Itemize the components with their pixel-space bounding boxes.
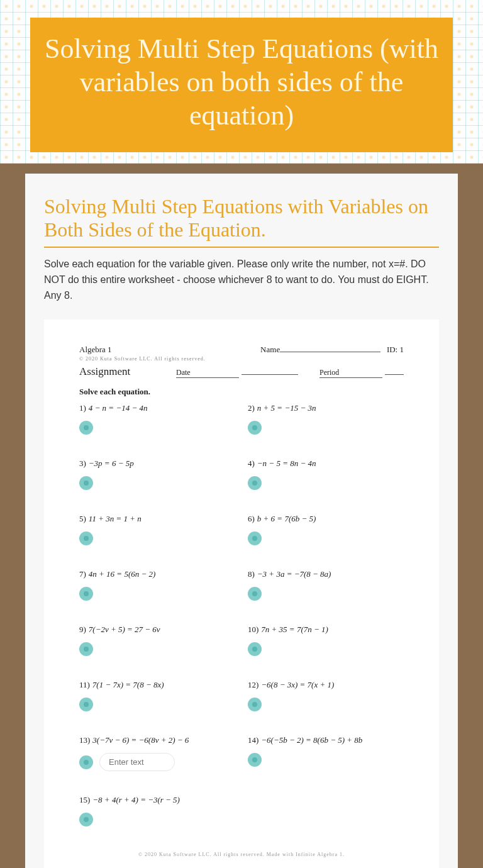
problem-11: 11)7(1 − 7x) = 7(8 − 8x) bbox=[79, 680, 235, 711]
answer-marker-13[interactable] bbox=[79, 755, 93, 769]
answer-marker-8[interactable] bbox=[248, 587, 262, 601]
copyright-top: © 2020 Kuta Software LLC. All rights res… bbox=[79, 356, 404, 362]
answer-marker-6[interactable] bbox=[248, 531, 262, 545]
problem-15: 15)−8 + 4(r + 4) = −3(r − 5) bbox=[79, 795, 235, 826]
content-card: Solving Multi Step Equations with Variab… bbox=[25, 174, 458, 868]
answer-marker-5[interactable] bbox=[79, 531, 93, 545]
answer-marker-4[interactable] bbox=[248, 476, 262, 490]
problem-7: 7)4n + 16 = 5(6n − 2) bbox=[79, 569, 235, 601]
answer-marker-1[interactable] bbox=[79, 421, 93, 435]
date-period-row: Date Period bbox=[174, 368, 404, 378]
course-label: Algebra 1 bbox=[79, 345, 112, 355]
problem-13: 13)3(−7v − 6) = −6(8v + 2) − 6 bbox=[79, 735, 235, 771]
problems-grid: 1)4 − n = −14 − 4n 2)n + 5 = −15 − 3n 3)… bbox=[79, 403, 404, 826]
date-label: Date bbox=[176, 368, 239, 378]
solve-heading: Solve each equation. bbox=[79, 387, 404, 397]
section-title: Solving Multi Step Equations with Variab… bbox=[44, 195, 439, 248]
problem-4: 4)−n − 5 = 8n − 4n bbox=[248, 459, 404, 490]
answer-marker-15[interactable] bbox=[79, 813, 93, 826]
date-blank bbox=[242, 374, 298, 375]
answer-input-13[interactable] bbox=[99, 753, 175, 771]
period-blank bbox=[385, 374, 404, 375]
answer-marker-10[interactable] bbox=[248, 642, 262, 656]
answer-marker-14[interactable] bbox=[248, 753, 262, 767]
problem-2: 2)n + 5 = −15 − 3n bbox=[248, 403, 404, 435]
hero-title: Solving Multi Step Equations (with varia… bbox=[43, 33, 440, 132]
problem-9: 9)7(−2v + 5) = 27 − 6v bbox=[79, 625, 235, 656]
problem-3: 3)−3p = 6 − 5p bbox=[79, 459, 235, 490]
copyright-bottom: © 2020 Kuta Software LLC. All rights res… bbox=[79, 852, 404, 857]
problem-1: 1)4 − n = −14 − 4n bbox=[79, 403, 235, 435]
instructions-text: Solve each equation for the variable giv… bbox=[44, 257, 439, 303]
period-label: Period bbox=[319, 368, 382, 378]
assignment-label: Assignment bbox=[79, 365, 130, 378]
hero-banner: Solving Multi Step Equations (with varia… bbox=[30, 18, 453, 152]
problem-10: 10)7n + 35 = 7(7n − 1) bbox=[248, 625, 404, 656]
answer-marker-2[interactable] bbox=[248, 421, 262, 435]
problem-6: 6)b + 6 = 7(6b − 5) bbox=[248, 514, 404, 545]
answer-marker-11[interactable] bbox=[79, 698, 93, 711]
problem-5: 5)11 + 3n = 1 + n bbox=[79, 514, 235, 545]
answer-marker-12[interactable] bbox=[248, 698, 262, 711]
worksheet: Algebra 1 Name ID: 1 © 2020 Kuta Softwar… bbox=[44, 320, 439, 868]
id-label: ID: 1 bbox=[387, 345, 404, 354]
problem-12: 12)−6(8 − 3x) = 7(x + 1) bbox=[248, 680, 404, 711]
name-blank bbox=[280, 352, 380, 352]
worksheet-header: Algebra 1 Name ID: 1 bbox=[79, 345, 404, 355]
problem-14: 14)−6(−5b − 2) = 8(6b − 5) + 8b bbox=[248, 735, 404, 771]
answer-marker-7[interactable] bbox=[79, 587, 93, 601]
answer-marker-3[interactable] bbox=[79, 476, 93, 490]
name-label: Name bbox=[260, 345, 280, 354]
problem-8: 8)−3 + 3a = −7(8 − 8a) bbox=[248, 569, 404, 601]
answer-marker-9[interactable] bbox=[79, 642, 93, 656]
